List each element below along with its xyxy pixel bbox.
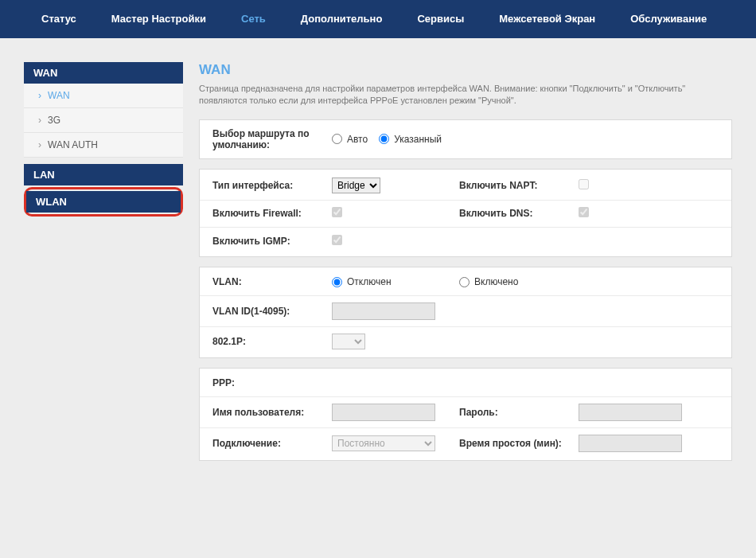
top-nav: Статус Мастер Настройки Сеть Дополнитель…	[0, 0, 756, 38]
nav-wizard[interactable]: Мастер Настройки	[102, 0, 216, 38]
route-specified-radio[interactable]	[379, 134, 389, 144]
sidebar-wan-header[interactable]: WAN	[24, 62, 183, 84]
vlan-off-radio[interactable]	[332, 277, 342, 287]
vlan-label: VLAN:	[212, 276, 332, 287]
nav-firewall[interactable]: Межсетевой Экран	[489, 0, 605, 38]
igmp-checkbox[interactable]	[332, 235, 342, 245]
iface-type-label: Тип интерфейса:	[212, 180, 332, 191]
sidebar: WAN WAN 3G WAN AUTH LAN WLAN	[24, 62, 183, 470]
idle-input[interactable]	[579, 435, 682, 452]
nav-status[interactable]: Статус	[32, 0, 86, 38]
dns-checkbox[interactable]	[579, 207, 589, 217]
napt-label: Включить NAPT:	[451, 180, 579, 191]
nav-network[interactable]: Сеть	[232, 0, 275, 38]
nav-maintenance[interactable]: Обслуживание	[621, 0, 716, 38]
main-content: WAN Страница предназначена для настройки…	[183, 62, 732, 470]
p8021-select[interactable]	[332, 334, 365, 349]
route-label: Выбор маршрута по умолчанию:	[212, 128, 332, 150]
igmp-label: Включить IGMP:	[212, 236, 332, 247]
vlan-id-input[interactable]	[332, 302, 435, 320]
nav-services[interactable]: Сервисы	[407, 0, 473, 38]
conn-select[interactable]: Постоянно	[332, 435, 435, 451]
iface-type-select[interactable]: Bridge	[332, 178, 380, 193]
firewall-checkbox[interactable]	[332, 207, 342, 217]
sidebar-item-3g[interactable]: 3G	[24, 108, 183, 133]
panel-ppp: PPP: Имя пользователя: Пароль: Подключен…	[199, 368, 732, 461]
vlan-on-radio[interactable]	[459, 277, 470, 287]
dns-label: Включить DNS:	[451, 208, 579, 219]
sidebar-lan-header[interactable]: LAN	[24, 164, 183, 185]
pass-label: Пароль:	[451, 407, 579, 418]
vlan-off-label: Отключен	[347, 276, 392, 287]
route-auto-label: Авто	[347, 134, 368, 145]
panel-interface: Тип интерфейса: Bridge Включить NAPT: Вк…	[199, 169, 732, 257]
nav-advanced[interactable]: Дополнительно	[291, 0, 392, 38]
vlan-on-label: Включено	[474, 276, 518, 287]
user-label: Имя пользователя:	[212, 407, 332, 418]
user-input[interactable]	[332, 404, 435, 421]
panel-route: Выбор маршрута по умолчанию: Авто Указан…	[199, 119, 732, 159]
sidebar-wlan-header[interactable]: WLAN	[26, 191, 181, 213]
page-title: WAN	[199, 62, 732, 78]
conn-label: Подключение:	[212, 438, 332, 449]
p8021-label: 802.1P:	[212, 336, 332, 347]
route-specified-label: Указанный	[394, 134, 442, 145]
idle-label: Время простоя (мин):	[451, 438, 579, 449]
pass-input[interactable]	[579, 404, 682, 421]
napt-checkbox[interactable]	[579, 179, 589, 189]
highlight-annotation: WLAN	[24, 187, 183, 217]
panel-vlan: VLAN: Отключен Включено VLAN ID(1-4095):	[199, 267, 732, 358]
vlan-id-label: VLAN ID(1-4095):	[212, 306, 332, 317]
sidebar-item-wan[interactable]: WAN	[24, 84, 183, 108]
ppp-label: PPP:	[212, 377, 332, 388]
page-description: Страница предназначена для настройки пар…	[199, 83, 732, 107]
firewall-label: Включить Firewall:	[212, 208, 332, 219]
sidebar-item-wanauth[interactable]: WAN AUTH	[24, 133, 183, 158]
route-auto-radio[interactable]	[332, 134, 342, 144]
